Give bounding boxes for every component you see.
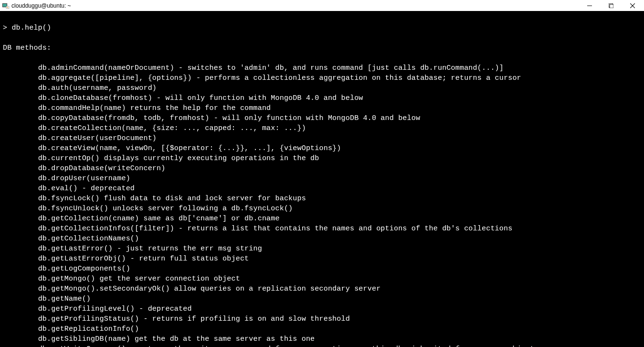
minimize-button[interactable] bbox=[579, 0, 600, 11]
methods-list: db.adminCommand(nameOrDocument) - switch… bbox=[3, 63, 641, 347]
method-line: db.getProfilingLevel() - deprecated bbox=[3, 304, 641, 314]
putty-icon bbox=[2, 2, 10, 10]
method-line: db.currentOp() displays currently execut… bbox=[3, 153, 641, 163]
method-line: db.createUser(userDocument) bbox=[3, 133, 641, 143]
method-line: db.getLastError() - just returns the err… bbox=[3, 244, 641, 254]
method-line: db.createCollection(name, {size: ..., ca… bbox=[3, 123, 641, 133]
method-line: db.getLastErrorObj() - return full statu… bbox=[3, 254, 641, 264]
method-line: db.commandHelp(name) returns the help fo… bbox=[3, 103, 641, 113]
method-line: db.auth(username, password) bbox=[3, 83, 641, 93]
methods-header: DB methods: bbox=[3, 43, 641, 53]
prompt-line: > db.help() bbox=[3, 23, 641, 33]
method-line: db.getCollectionInfos([filter]) - return… bbox=[3, 224, 641, 234]
method-line: db.getWriteConcern() - returns the write… bbox=[3, 344, 641, 347]
method-line: db.getCollection(cname) same as db['cnam… bbox=[3, 214, 641, 224]
method-line: db.aggregate([pipeline], {options}) - pe… bbox=[3, 73, 641, 83]
method-line: db.getLogComponents() bbox=[3, 264, 641, 274]
method-line: db.copyDatabase(fromdb, todb, fromhost) … bbox=[3, 113, 641, 123]
close-button[interactable] bbox=[622, 0, 643, 11]
method-line: db.fsyncUnlock() unlocks server followin… bbox=[3, 204, 641, 214]
maximize-button[interactable] bbox=[600, 0, 622, 11]
window-titlebar: cloudduggu@ubuntu: ~ bbox=[0, 0, 644, 11]
method-line: db.getProfilingStatus() - returns if pro… bbox=[3, 314, 641, 324]
method-line: db.dropUser(username) bbox=[3, 174, 641, 184]
svg-rect-6 bbox=[610, 4, 613, 8]
method-line: db.fsyncLock() flush data to disk and lo… bbox=[3, 194, 641, 204]
window-controls bbox=[579, 0, 643, 11]
titlebar-left: cloudduggu@ubuntu: ~ bbox=[2, 2, 71, 10]
method-line: db.eval() - deprecated bbox=[3, 184, 641, 194]
method-line: db.getSiblingDB(name) get the db at the … bbox=[3, 334, 641, 344]
window-title: cloudduggu@ubuntu: ~ bbox=[11, 2, 71, 9]
method-line: db.getReplicationInfo() bbox=[3, 324, 641, 334]
method-line: db.getCollectionNames() bbox=[3, 234, 641, 244]
method-line: db.dropDatabase(writeConcern) bbox=[3, 163, 641, 174]
method-line: db.cloneDatabase(fromhost) - will only f… bbox=[3, 93, 641, 103]
method-line: db.createView(name, viewOn, [{$operator:… bbox=[3, 143, 641, 153]
method-line: db.getName() bbox=[3, 294, 641, 304]
method-line: db.adminCommand(nameOrDocument) - switch… bbox=[3, 63, 641, 73]
method-line: db.getMongo() get the server connection … bbox=[3, 274, 641, 284]
method-line: db.getMongo().setSecondaryOk() allow que… bbox=[3, 284, 641, 294]
terminal-output[interactable]: > db.help() DB methods: db.adminCommand(… bbox=[0, 11, 644, 347]
